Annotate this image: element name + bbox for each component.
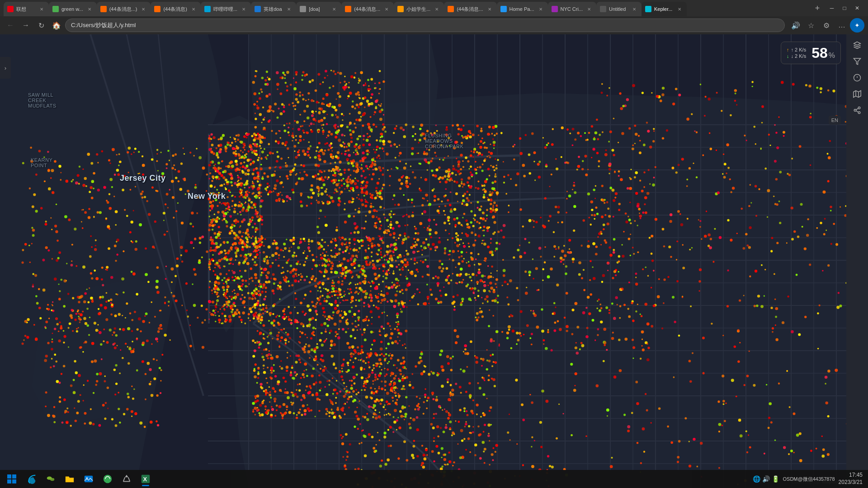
start-button[interactable] <box>2 471 22 487</box>
taskbar-files-app[interactable] <box>61 471 79 487</box>
upload-speed: ↑ 2 K/s <box>791 47 807 52</box>
svg-rect-61 <box>7 474 11 479</box>
forward-button[interactable]: → <box>19 19 33 32</box>
address-input[interactable] <box>65 19 785 32</box>
download-speed: ↓ 2 K/s <box>791 53 807 59</box>
kepler-sidebar <box>846 34 868 488</box>
svg-rect-62 <box>12 474 16 479</box>
share-button[interactable] <box>850 103 864 117</box>
svg-line-60 <box>856 108 858 110</box>
svg-text:X: X <box>143 476 147 483</box>
speed-info: ↑ ↑ 2 K/s ↓ ↓ 2 K/s <box>787 47 806 59</box>
battery-tray-icon[interactable]: 🔋 <box>772 475 779 483</box>
taskbar-maps-app[interactable] <box>99 471 117 487</box>
minimize-button[interactable]: ─ <box>826 3 837 14</box>
address-bar: ← → ↻ 🏠 🔊 ☆ ⚙ … ✦ <box>0 16 868 34</box>
browser-tab-tab3[interactable]: (44条消息...) ✕ <box>97 2 151 16</box>
settings-button[interactable]: ⚙ <box>819 18 834 33</box>
browser-tab-tab12[interactable]: NYC Cri... ✕ <box>548 2 597 16</box>
upload-row: ↑ ↑ 2 K/s <box>787 47 806 52</box>
taskbar-wechat-app[interactable] <box>42 471 60 487</box>
browser-tab-tab14[interactable]: Kepler... ✕ <box>642 2 687 16</box>
system-clock[interactable]: 17:45 2023/3/21 <box>839 472 863 486</box>
refresh-button[interactable]: ↻ <box>34 19 48 32</box>
tabs-container: 联想 ✕ green w... ✕ (44条消息...) ✕ (44条消息) ✕… <box>4 0 808 16</box>
svg-rect-64 <box>12 479 16 483</box>
browser-tab-tab8[interactable]: (44条消息... ✕ <box>341 2 394 16</box>
close-button[interactable]: ✕ <box>852 3 863 14</box>
svg-point-57 <box>854 109 856 112</box>
speed-widget: ↑ ↑ 2 K/s ↓ ↓ 2 K/s 58 % <box>781 42 841 64</box>
browser-tab-tab4[interactable]: (44条消息) ✕ <box>151 2 201 16</box>
browser-tab-tab2[interactable]: green w... ✕ <box>49 2 97 16</box>
svg-rect-63 <box>7 479 11 483</box>
speed-number: 58 <box>811 46 828 60</box>
more-button[interactable]: … <box>835 18 849 33</box>
toolbar-right: 🔊 ☆ ⚙ … ✦ <box>788 18 864 33</box>
map-settings-button[interactable] <box>850 87 864 101</box>
browser-tab-tab13[interactable]: Untitled ✕ <box>596 2 642 16</box>
taskbar: X 🌐 🔊 🔋 OSDM@微信44357878 17:45 2023/3/21 <box>0 470 868 488</box>
maximize-button[interactable]: □ <box>839 3 850 14</box>
new-tab-button[interactable]: + <box>810 1 825 15</box>
taskbar-photos-app[interactable] <box>80 471 98 487</box>
clock-date: 2023/3/21 <box>839 479 863 486</box>
svg-marker-53 <box>854 91 861 98</box>
collapse-sidebar-button[interactable]: › <box>0 57 11 79</box>
svg-point-56 <box>858 107 860 109</box>
svg-point-66 <box>50 478 54 481</box>
svg-marker-48 <box>854 42 861 46</box>
language-badge: EN <box>829 116 841 125</box>
svg-point-69 <box>104 475 112 483</box>
window-controls: ─ □ ✕ <box>826 3 863 14</box>
map-container[interactable]: New York Jersey City SAW MILL CREEK MUDF… <box>0 34 868 488</box>
favorites-button[interactable]: ☆ <box>804 18 818 33</box>
browser-tab-tab11[interactable]: Home Pa... ✕ <box>497 2 548 16</box>
volume-tray-icon[interactable]: 🔊 <box>762 475 770 483</box>
clock-time: 17:45 <box>839 472 863 479</box>
download-icon: ↓ <box>787 53 789 59</box>
taskbar-edge-app[interactable] <box>23 471 41 487</box>
svg-marker-49 <box>854 58 861 65</box>
tray-notification: OSDM@微信44357878 <box>783 476 835 483</box>
title-bar: 联想 ✕ green w... ✕ (44条消息...) ✕ (44条消息) ✕… <box>0 0 868 16</box>
network-tray-icon[interactable]: 🌐 <box>753 475 760 483</box>
browser-tab-tab5[interactable]: 哔哩哔哩... ✕ <box>201 2 251 16</box>
browser-tab-tab1[interactable]: 联想 ✕ <box>4 2 49 16</box>
copilot-button[interactable]: ✦ <box>850 18 864 33</box>
read-aloud-button[interactable]: 🔊 <box>788 18 803 33</box>
browser-tab-tab6[interactable]: 英雄doa ✕ <box>251 2 296 16</box>
taskbar-tray: 🌐 🔊 🔋 OSDM@微信44357878 17:45 2023/3/21 <box>749 472 867 486</box>
download-row: ↓ ↓ 2 K/s <box>787 53 806 59</box>
svg-line-59 <box>856 111 858 112</box>
taskbar-excel-app[interactable]: X <box>137 471 155 487</box>
browser-tab-tab7[interactable]: [doa] ✕ <box>296 2 341 16</box>
map-background <box>0 34 868 488</box>
upload-icon: ↑ <box>787 47 789 52</box>
speed-unit: % <box>829 52 835 60</box>
taskbar-recycle-app[interactable] <box>118 471 136 487</box>
browser-tab-tab10[interactable]: (44条消息... ✕ <box>444 2 496 16</box>
filter-button[interactable] <box>850 54 864 69</box>
layers-button[interactable] <box>850 38 864 52</box>
tray-icons: 🌐 🔊 🔋 <box>753 475 779 483</box>
info-button[interactable] <box>850 70 864 85</box>
svg-point-58 <box>858 112 860 114</box>
browser-tab-tab9[interactable]: 小姐学生... ✕ <box>394 2 444 16</box>
back-button[interactable]: ← <box>4 19 17 32</box>
home-button[interactable]: 🏠 <box>50 19 63 32</box>
